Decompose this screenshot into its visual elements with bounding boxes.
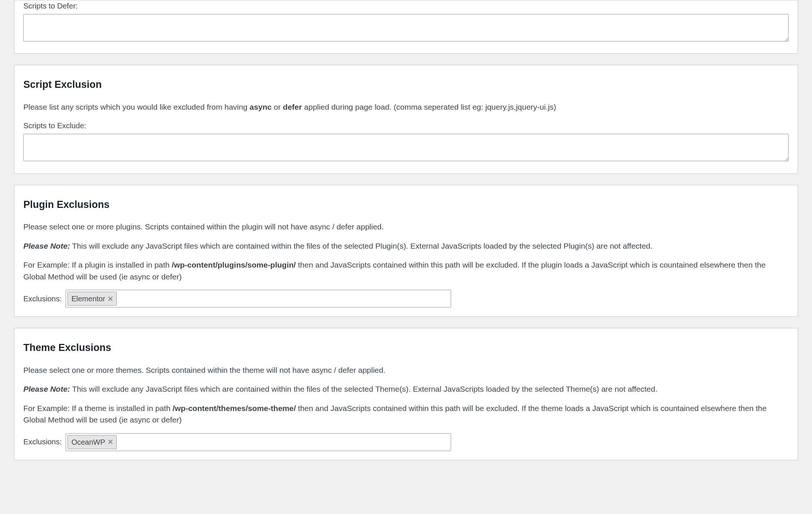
scripts-to-defer-textarea[interactable]: [23, 14, 789, 42]
theme-token-oceanwp[interactable]: OceanWP ✕: [67, 435, 117, 449]
script-exclusion-panel: Script Exclusion Please list any scripts…: [14, 65, 798, 173]
script-exclusion-heading: Script Exclusion: [23, 77, 789, 92]
scripts-to-exclude-label: Scripts to Exclude:: [23, 120, 789, 132]
theme-exclusions-note: Please Note: This will exclude any JavaS…: [23, 383, 789, 395]
token-label: Elementor: [72, 293, 105, 304]
plugin-token-elementor[interactable]: Elementor ✕: [67, 292, 117, 306]
scripts-to-defer-label: Scripts to Defer:: [23, 0, 789, 12]
close-icon[interactable]: ✕: [107, 295, 113, 302]
theme-exclusions-select[interactable]: OceanWP ✕: [66, 433, 451, 451]
text: For Example: If a plugin is installed in…: [23, 261, 172, 269]
plugin-exclusions-select[interactable]: Elementor ✕: [66, 290, 451, 308]
please-note-label: Please Note:: [23, 385, 70, 393]
plugin-exclusions-row: Exclusions: Elementor ✕: [23, 290, 789, 308]
theme-exclusions-row: Exclusions: OceanWP ✕: [23, 433, 789, 451]
plugin-exclusions-label: Exclusions:: [23, 293, 62, 305]
theme-exclusions-input[interactable]: [119, 437, 449, 447]
text: For Example: If a theme is installed in …: [23, 404, 173, 412]
example-path: /wp-content/themes/some-theme/: [173, 404, 296, 412]
plugin-exclusions-intro: Please select one or more plugins. Scrip…: [23, 221, 789, 233]
plugin-exclusions-note: Please Note: This will exclude any JavaS…: [23, 240, 789, 252]
text: This will exclude any JavaScript files w…: [70, 385, 657, 393]
bold-text: defer: [283, 103, 302, 111]
plugin-exclusions-heading: Plugin Exclusions: [23, 197, 789, 212]
plugin-exclusions-input[interactable]: [119, 294, 449, 304]
text: Please list any scripts which you would …: [23, 103, 249, 111]
theme-exclusions-label: Exclusions:: [23, 436, 62, 448]
theme-exclusions-heading: Theme Exclusions: [23, 340, 789, 355]
scripts-to-defer-panel: Scripts to Defer:: [14, 0, 798, 54]
scripts-to-exclude-textarea[interactable]: [23, 134, 789, 161]
plugin-exclusions-example: For Example: If a plugin is installed in…: [23, 259, 789, 282]
theme-exclusions-panel: Theme Exclusions Please select one or mo…: [14, 328, 798, 460]
text: or: [272, 103, 283, 111]
close-icon[interactable]: ✕: [107, 438, 113, 445]
theme-exclusions-example: For Example: If a theme is installed in …: [23, 402, 789, 426]
text: applied during page load. (comma seperat…: [302, 103, 556, 111]
plugin-exclusions-panel: Plugin Exclusions Please select one or m…: [14, 185, 798, 317]
please-note-label: Please Note:: [23, 242, 70, 250]
example-path: /wp-content/plugins/some-plugin/: [172, 261, 296, 269]
token-label: OceanWP: [72, 437, 105, 448]
text: This will exclude any JavaScript files w…: [70, 242, 653, 250]
script-exclusion-description: Please list any scripts which you would …: [23, 101, 789, 113]
theme-exclusions-intro: Please select one or more themes. Script…: [23, 364, 789, 376]
bold-text: async: [249, 103, 272, 111]
